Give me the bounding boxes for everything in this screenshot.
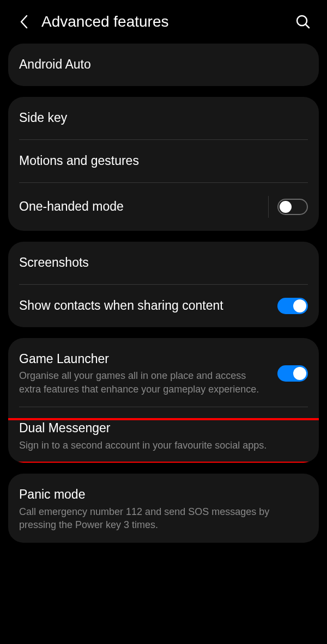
row-content: Game Launcher Organise all your games al… [19,351,269,396]
one-handed-mode-toggle[interactable] [277,199,308,215]
settings-group: Android Auto [8,44,319,86]
row-content: One-handed mode [19,199,262,215]
row-content: Android Auto [19,57,308,73]
android-auto-row[interactable]: Android Auto [8,44,319,86]
row-title: Screenshots [19,255,308,271]
toggle-divider [268,196,269,218]
row-desc: Organise all your games all in one place… [19,369,269,396]
screenshots-row[interactable]: Screenshots [8,242,319,284]
row-content: Dual Messenger Sign in to a second accou… [19,420,308,452]
motions-gestures-row[interactable]: Motions and gestures [8,140,319,182]
row-title: Android Auto [19,57,308,73]
row-title: One-handed mode [19,199,262,215]
settings-group: Screenshots Show contacts when sharing c… [8,242,319,327]
row-title: Panic mode [19,487,308,503]
game-launcher-row[interactable]: Game Launcher Organise all your games al… [8,338,319,407]
row-title: Motions and gestures [19,153,308,169]
row-content: Side key [19,110,308,126]
row-content: Panic mode Call emergency number 112 and… [19,487,308,531]
row-desc: Call emergency number 112 and send SOS m… [19,505,308,532]
toggle-knob [293,299,306,312]
show-contacts-sharing-toggle[interactable] [277,298,308,314]
chevron-left-icon [19,14,29,29]
toggle-knob [293,367,306,380]
row-title: Dual Messenger [19,420,308,437]
dual-messenger-row[interactable]: Dual Messenger Sign in to a second accou… [8,407,319,463]
game-launcher-toggle[interactable] [277,365,308,382]
settings-group: Side key Motions and gestures One-handed… [8,97,319,231]
side-key-row[interactable]: Side key [8,97,319,139]
row-content: Motions and gestures [19,153,308,169]
search-icon [295,14,311,29]
back-button[interactable] [13,11,35,33]
content: Android Auto Side key Motions and gestur… [0,44,327,543]
row-desc: Sign in to a second account in your favo… [19,439,308,452]
row-title: Side key [19,110,308,126]
page-title: Advanced features [41,13,292,30]
settings-group: Game Launcher Organise all your games al… [8,338,319,463]
show-contacts-sharing-row[interactable]: Show contacts when sharing content [8,285,319,327]
search-button[interactable] [292,11,314,33]
svg-line-1 [306,24,309,28]
one-handed-mode-row[interactable]: One-handed mode [8,183,319,231]
header: Advanced features [0,0,327,44]
settings-group: Panic mode Call emergency number 112 and… [8,474,319,542]
row-content: Show contacts when sharing content [19,298,269,314]
row-title: Show contacts when sharing content [19,298,269,314]
panic-mode-row[interactable]: Panic mode Call emergency number 112 and… [8,474,319,542]
row-title: Game Launcher [19,351,269,367]
toggle-knob [280,201,292,213]
row-content: Screenshots [19,255,308,271]
